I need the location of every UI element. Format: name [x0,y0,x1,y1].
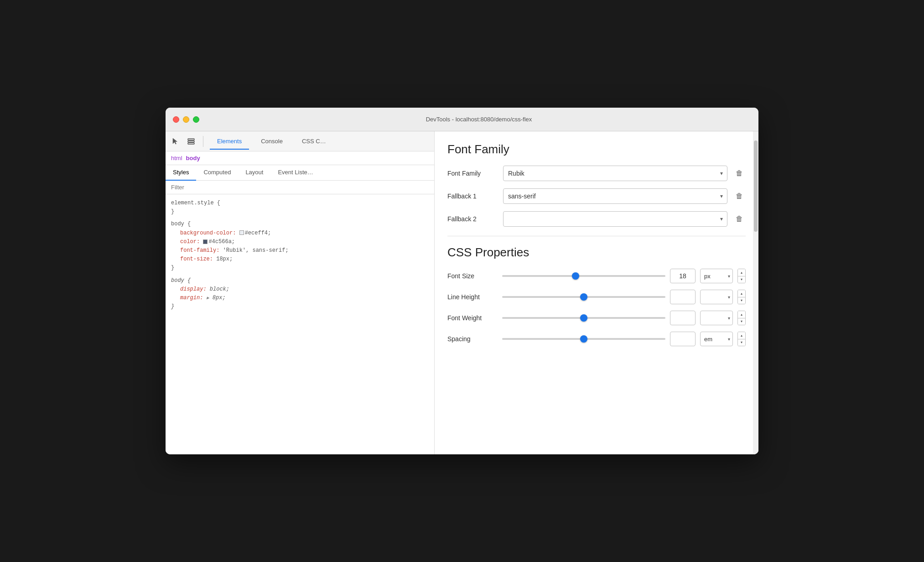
font-weight-stepper[interactable]: ▴ ▾ [737,311,746,325]
fallback2-row: Fallback 2 sans-serif serif ▾ 🗑 [447,211,746,227]
devtools-window: DevTools - localhost:8080/demo/css-flex [166,108,758,454]
font-weight-slider-wrapper[interactable] [502,313,665,323]
spacing-decrement-button[interactable]: ▾ [738,339,745,346]
breadcrumb: html body [166,151,434,165]
font-size-slider-track [502,275,665,277]
scrollbar-track [753,131,758,454]
fallback2-label: Fallback 2 [447,215,498,223]
breadcrumb-html[interactable]: html [171,155,182,161]
font-family-row: Font Family Rubik sans-serif serif ▾ 🗑 [447,166,746,181]
line-height-row: Line Height px em ▾ ▴ [447,290,746,304]
scrollbar-thumb[interactable] [754,140,758,232]
fallback2-select[interactable]: sans-serif serif [503,211,727,227]
font-family-select-wrapper: Rubik sans-serif serif ▾ [503,166,727,181]
fallback1-select[interactable]: sans-serif serif monospace [503,188,727,204]
spacing-slider-wrapper[interactable] [502,334,665,343]
spacing-unit-select[interactable]: em px rem [700,332,733,346]
fallback1-label: Fallback 1 [447,193,498,200]
font-weight-unit-wrapper: 100 400 700 ▾ [700,311,733,325]
font-weight-row: Font Weight 100 400 700 ▾ [447,311,746,325]
spacing-increment-button[interactable]: ▴ [738,332,745,339]
line-height-slider-wrapper[interactable] [502,292,665,302]
code-property-margin: margin: ▶ 8px; [171,294,429,302]
font-size-row: Font Size px em rem % ▾ [447,269,746,283]
line-height-decrement-button[interactable]: ▾ [738,297,745,304]
window-title: DevTools - localhost:8080/demo/css-flex [207,116,751,123]
font-size-increment-button[interactable]: ▴ [738,269,745,276]
right-panel: Font Family Font Family Rubik sans-serif… [435,131,758,454]
breadcrumb-body[interactable]: body [186,155,200,161]
font-weight-unit-select[interactable]: 100 400 700 [700,311,733,325]
line-height-increment-button[interactable]: ▴ [738,290,745,297]
font-family-label: Font Family [447,170,498,177]
font-size-input[interactable] [670,269,696,283]
svg-rect-0 [188,139,194,140]
maximize-button[interactable] [193,116,199,123]
devtools-body: Elements Console CSS C… html body Styles [166,131,758,454]
font-size-label: Font Size [447,272,498,280]
cursor-icon[interactable] [170,136,181,147]
code-property-font-family: font-family: 'Rubik', sans-serif; [171,246,429,255]
close-button[interactable] [173,116,179,123]
fallback2-delete-button[interactable]: 🗑 [733,213,746,225]
font-size-decrement-button[interactable]: ▾ [738,276,745,283]
code-selector-body1: body { [171,220,429,229]
subtab-computed[interactable]: Computed [196,165,238,181]
spacing-slider-track [502,338,665,340]
code-property-font-size: font-size: 18px; [171,255,429,264]
spacing-row: Spacing em px rem ▾ ▴ ▾ [447,332,746,346]
code-area[interactable]: element.style { } body { background-colo… [166,194,434,454]
font-size-stepper[interactable]: ▴ ▾ [737,269,746,283]
code-selector-element: element.style { [171,199,429,208]
spacing-stepper[interactable]: ▴ ▾ [737,332,746,346]
font-size-slider-wrapper[interactable] [502,271,665,281]
filter-bar [166,181,434,194]
line-height-input[interactable] [670,290,696,304]
font-weight-decrement-button[interactable]: ▾ [738,318,745,325]
subtab-styles[interactable]: Styles [166,165,196,181]
font-weight-increment-button[interactable]: ▴ [738,311,745,318]
titlebar: DevTools - localhost:8080/demo/css-flex [166,108,758,131]
spacing-slider-thumb[interactable] [580,335,587,343]
code-close-body1: } [171,264,429,272]
line-height-slider-thumb[interactable] [580,293,587,301]
code-block-body-1: body { background-color: #eceff4; color:… [171,220,429,272]
svg-rect-1 [188,140,194,142]
toolbar-divider [203,136,203,147]
spacing-unit-wrapper: em px rem ▾ [700,332,733,346]
line-height-stepper[interactable]: ▴ ▾ [737,290,746,304]
spacing-label: Spacing [447,335,498,343]
subtabs: Styles Computed Layout Event Liste… [166,165,434,181]
font-weight-input[interactable] [670,311,696,325]
fallback1-row: Fallback 1 sans-serif serif monospace ▾ … [447,188,746,204]
font-weight-slider-thumb[interactable] [580,314,587,322]
color-swatch-color[interactable] [203,239,208,244]
code-block-body-2: body { display: block; margin: ▶ 8px; } [171,276,429,312]
font-family-delete-button[interactable]: 🗑 [733,167,746,180]
minimize-button[interactable] [183,116,189,123]
font-size-slider-thumb[interactable] [572,272,579,280]
color-swatch-bg[interactable] [239,230,244,235]
font-weight-slider-track [502,317,665,319]
spacing-input[interactable] [670,332,696,346]
tab-css[interactable]: CSS C… [295,133,333,150]
font-weight-label: Font Weight [447,314,498,322]
font-family-select[interactable]: Rubik sans-serif serif [503,166,727,181]
svg-rect-2 [188,143,194,144]
font-family-title: Font Family [447,142,746,156]
css-properties-title: CSS Properties [447,245,746,260]
filter-input[interactable] [171,184,429,191]
font-size-unit-wrapper: px em rem % ▾ [700,269,733,283]
layers-icon[interactable] [186,136,197,147]
code-close-element: } [171,208,429,216]
subtab-event-listeners[interactable]: Event Liste… [270,165,320,181]
font-size-unit-select[interactable]: px em rem % [700,269,733,283]
fallback1-delete-button[interactable]: 🗑 [733,190,746,203]
tab-console[interactable]: Console [254,133,290,150]
subtab-layout[interactable]: Layout [238,165,270,181]
line-height-unit-select[interactable]: px em [700,290,733,304]
code-close-body2: } [171,302,429,311]
section-divider [447,236,746,236]
code-selector-body2: body { [171,276,429,285]
tab-elements[interactable]: Elements [210,133,249,150]
